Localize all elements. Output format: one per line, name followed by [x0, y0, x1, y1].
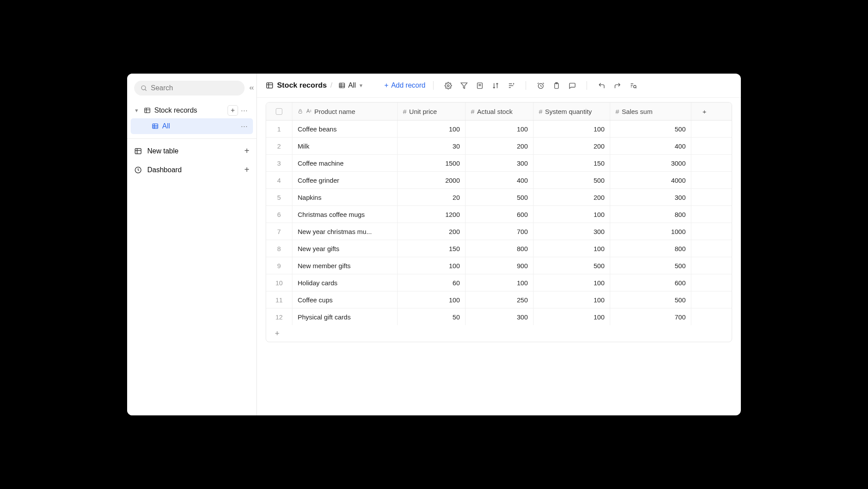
- cell-unit-price[interactable]: 100: [398, 120, 466, 137]
- cell-sales-sum[interactable]: 300: [610, 189, 691, 206]
- table-row[interactable]: 2Milk30200200400: [266, 138, 732, 155]
- alarm-icon[interactable]: [534, 79, 547, 92]
- cell-actual-stock[interactable]: 800: [466, 240, 534, 257]
- cell-sales-sum[interactable]: 1000: [610, 223, 691, 240]
- cell-unit-price[interactable]: 50: [398, 308, 466, 325]
- cell-system-quantity[interactable]: 200: [534, 189, 610, 206]
- cell-system-quantity[interactable]: 100: [534, 308, 610, 325]
- cell-actual-stock[interactable]: 100: [466, 120, 534, 137]
- table-row[interactable]: 4Coffee grinder20004005004000: [266, 172, 732, 189]
- column-header-unit-price[interactable]: #Unit price: [398, 103, 466, 120]
- new-table-button[interactable]: New table +: [127, 142, 256, 160]
- cell-product-name[interactable]: Napkins: [292, 189, 398, 206]
- cell-unit-price[interactable]: 1500: [398, 155, 466, 171]
- table-row[interactable]: 10Holiday cards60100100600: [266, 274, 732, 291]
- cell-actual-stock[interactable]: 400: [466, 172, 534, 188]
- add-view-button[interactable]: +: [228, 105, 238, 116]
- cell-system-quantity[interactable]: 100: [534, 291, 610, 308]
- clipboard-icon[interactable]: [550, 79, 563, 92]
- cell-sales-sum[interactable]: 800: [610, 240, 691, 257]
- cell-product-name[interactable]: New year christmas mu...: [292, 223, 398, 240]
- cell-product-name[interactable]: Coffee beans: [292, 120, 398, 137]
- cell-actual-stock[interactable]: 250: [466, 291, 534, 308]
- table-row[interactable]: 11Coffee cups100250100500: [266, 291, 732, 308]
- cell-product-name[interactable]: New year gifts: [292, 240, 398, 257]
- filter-icon[interactable]: [457, 79, 470, 92]
- sidebar-item-stock-records[interactable]: ▼ Stock records + ⋯: [131, 103, 253, 118]
- table-row[interactable]: 3Coffee machine15003001503000: [266, 155, 732, 172]
- collapse-sidebar-button[interactable]: [248, 82, 255, 94]
- cell-product-name[interactable]: Coffee cups: [292, 291, 398, 308]
- search-box[interactable]: [134, 81, 245, 96]
- cell-unit-price[interactable]: 20: [398, 189, 466, 206]
- group-icon[interactable]: [505, 79, 518, 92]
- find-icon[interactable]: [626, 79, 640, 92]
- add-column-button[interactable]: +: [691, 103, 718, 120]
- table-row[interactable]: 12Physical gift cards50300100700: [266, 308, 732, 325]
- column-header-product-name[interactable]: Product name: [292, 103, 398, 120]
- cell-unit-price[interactable]: 150: [398, 240, 466, 257]
- cell-system-quantity[interactable]: 500: [534, 172, 610, 188]
- more-icon[interactable]: ⋯: [239, 105, 249, 116]
- cell-actual-stock[interactable]: 300: [466, 155, 534, 171]
- table-row[interactable]: 5Napkins20500200300: [266, 189, 732, 206]
- table-row[interactable]: 7New year christmas mu...2007003001000: [266, 223, 732, 240]
- cell-sales-sum[interactable]: 700: [610, 308, 691, 325]
- column-header-sales-sum[interactable]: #Sales sum: [610, 103, 691, 120]
- cell-system-quantity[interactable]: 200: [534, 138, 610, 154]
- cell-actual-stock[interactable]: 200: [466, 138, 534, 154]
- table-row[interactable]: 6Christmas coffee mugs1200600100800: [266, 206, 732, 223]
- cell-sales-sum[interactable]: 600: [610, 274, 691, 291]
- cell-system-quantity[interactable]: 150: [534, 155, 610, 171]
- cell-unit-price[interactable]: 2000: [398, 172, 466, 188]
- cell-system-quantity[interactable]: 100: [534, 120, 610, 137]
- cell-sales-sum[interactable]: 4000: [610, 172, 691, 188]
- cell-system-quantity[interactable]: 500: [534, 257, 610, 274]
- view-selector[interactable]: All ▼: [338, 82, 363, 89]
- cell-system-quantity[interactable]: 100: [534, 274, 610, 291]
- cell-unit-price[interactable]: 60: [398, 274, 466, 291]
- column-header-actual-stock[interactable]: #Actual stock: [466, 103, 534, 120]
- redo-icon[interactable]: [611, 79, 624, 92]
- cell-product-name[interactable]: Holiday cards: [292, 274, 398, 291]
- cell-product-name[interactable]: Physical gift cards: [292, 308, 398, 325]
- cell-unit-price[interactable]: 30: [398, 138, 466, 154]
- cell-sales-sum[interactable]: 500: [610, 257, 691, 274]
- cell-product-name[interactable]: Coffee machine: [292, 155, 398, 171]
- cell-product-name[interactable]: Christmas coffee mugs: [292, 206, 398, 223]
- add-record-button[interactable]: + Add record: [384, 82, 426, 89]
- more-icon[interactable]: ⋯: [239, 121, 249, 131]
- cell-unit-price[interactable]: 100: [398, 257, 466, 274]
- cell-sales-sum[interactable]: 500: [610, 291, 691, 308]
- cell-product-name[interactable]: Coffee grinder: [292, 172, 398, 188]
- cell-actual-stock[interactable]: 100: [466, 274, 534, 291]
- form-icon[interactable]: [473, 79, 486, 92]
- cell-actual-stock[interactable]: 600: [466, 206, 534, 223]
- cell-actual-stock[interactable]: 900: [466, 257, 534, 274]
- search-input[interactable]: [151, 84, 238, 92]
- cell-unit-price[interactable]: 1200: [398, 206, 466, 223]
- sort-icon[interactable]: [489, 79, 502, 92]
- cell-actual-stock[interactable]: 300: [466, 308, 534, 325]
- select-all-cell[interactable]: [266, 103, 292, 120]
- cell-system-quantity[interactable]: 300: [534, 223, 610, 240]
- cell-product-name[interactable]: New member gifts: [292, 257, 398, 274]
- dashboard-button[interactable]: Dashboard +: [127, 160, 256, 179]
- add-row-button[interactable]: +: [275, 329, 280, 338]
- cell-actual-stock[interactable]: 500: [466, 189, 534, 206]
- cell-product-name[interactable]: Milk: [292, 138, 398, 154]
- comment-icon[interactable]: [566, 79, 579, 92]
- sidebar-item-view-all[interactable]: All ⋯: [131, 118, 253, 134]
- undo-icon[interactable]: [595, 79, 608, 92]
- cell-unit-price[interactable]: 200: [398, 223, 466, 240]
- table-row[interactable]: 8New year gifts150800100800: [266, 240, 732, 257]
- cell-sales-sum[interactable]: 500: [610, 120, 691, 137]
- column-header-system-quantity[interactable]: #System quantity: [534, 103, 610, 120]
- cell-system-quantity[interactable]: 100: [534, 206, 610, 223]
- cell-sales-sum[interactable]: 3000: [610, 155, 691, 171]
- table-row[interactable]: 9New member gifts100900500500: [266, 257, 732, 274]
- cell-sales-sum[interactable]: 800: [610, 206, 691, 223]
- cell-unit-price[interactable]: 100: [398, 291, 466, 308]
- settings-icon[interactable]: [441, 79, 455, 92]
- cell-actual-stock[interactable]: 700: [466, 223, 534, 240]
